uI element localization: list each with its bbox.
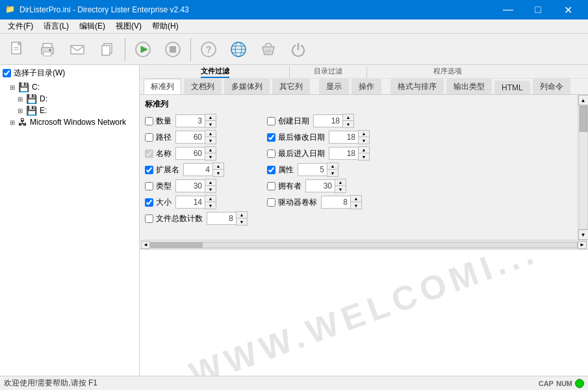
spin-up-qudongqi[interactable]: ▲ [351, 196, 361, 202]
input-lujing[interactable] [175, 131, 205, 144]
input-yongyouzhe[interactable] [305, 179, 335, 192]
power-button[interactable] [285, 36, 312, 62]
spin-up-leixing[interactable]: ▲ [205, 179, 216, 186]
spin-down-shuliang[interactable]: ▼ [205, 121, 216, 127]
spin-down-leixing[interactable]: ▼ [205, 186, 216, 192]
menu-language[interactable]: 语言(L) [38, 20, 74, 33]
label-leixing[interactable]: 类型 [145, 181, 172, 192]
label-kuozhanming[interactable]: 扩展名 [145, 164, 179, 176]
minimize-button[interactable]: — [493, 0, 523, 20]
tab-display[interactable]: 显示 [319, 79, 349, 94]
spin-up-yongyouzhe[interactable]: ▲ [335, 179, 346, 186]
input-leixing[interactable] [175, 179, 205, 192]
help-button[interactable]: ? [195, 36, 222, 62]
spin-up-jinru[interactable]: ▲ [359, 147, 369, 153]
tab-other[interactable]: 其它列 [272, 79, 310, 94]
spin-up-lujing[interactable]: ▲ [205, 131, 216, 137]
maximize-button[interactable]: □ [523, 0, 553, 20]
scroll-up-btn[interactable]: ▲ [578, 95, 589, 105]
check-leixing[interactable] [145, 182, 153, 190]
label-mingcheng[interactable]: 名称 [145, 148, 172, 159]
check-jinru[interactable] [267, 150, 275, 158]
label-shuliang[interactable]: 数量 [145, 116, 172, 127]
spin-up-wenjian-count[interactable]: ▲ [236, 212, 247, 218]
spin-up-xiugai[interactable]: ▲ [359, 131, 369, 137]
spin-down-mingcheng[interactable]: ▼ [205, 153, 216, 160]
spin-up-mingcheng[interactable]: ▲ [205, 147, 216, 153]
check-shuliang[interactable] [145, 117, 153, 125]
spin-down-wenjian-count[interactable]: ▼ [236, 218, 247, 225]
tree-item-d[interactable]: ⊞ 💾 D: [3, 93, 136, 105]
web-button[interactable] [225, 36, 252, 62]
basket-button[interactable] [255, 36, 282, 62]
input-qudongqi[interactable] [321, 196, 350, 209]
play-button[interactable] [129, 36, 157, 62]
new-button[interactable] [4, 36, 31, 62]
tree-item-c[interactable]: ⊞ 💾 C: [3, 81, 136, 93]
select-subdirs-checkbox[interactable] [3, 69, 11, 77]
spin-down-yongyouzhe[interactable]: ▼ [335, 186, 346, 192]
spin-up-kuozhanming[interactable]: ▲ [213, 163, 224, 170]
scroll-left-btn[interactable]: ◄ [141, 241, 150, 249]
input-jinru[interactable] [329, 147, 358, 160]
print-button[interactable] [34, 36, 61, 62]
scroll-down-btn[interactable]: ▼ [578, 229, 589, 240]
check-kuozhanming[interactable] [145, 166, 153, 174]
tree-item-e[interactable]: ⊞ 💾 E: [3, 105, 136, 116]
spin-down-jinru[interactable]: ▼ [359, 153, 369, 160]
input-mingcheng[interactable] [175, 147, 205, 160]
spin-down-xiugai[interactable]: ▼ [359, 137, 369, 144]
label-xiugai[interactable]: 最后修改日期 [267, 132, 325, 143]
input-shuliang[interactable] [175, 114, 205, 127]
tree-item-network[interactable]: ⊞ 🖧 Microsoft Windows Network [3, 116, 136, 128]
check-yongyouzhe[interactable] [267, 182, 275, 190]
email-button[interactable] [64, 36, 91, 62]
label-chuangjian[interactable]: 创建日期 [267, 116, 309, 127]
h-scroll-thumb[interactable] [151, 242, 203, 248]
label-yongyouzhe[interactable]: 拥有者 [267, 181, 301, 192]
tab-standard[interactable]: 标准列 [144, 79, 181, 94]
menu-view[interactable]: 视图(V) [110, 20, 147, 33]
spin-up-chuangjian[interactable]: ▲ [343, 114, 353, 121]
input-shuxing[interactable] [298, 163, 327, 176]
label-wenjian-count[interactable]: 文件总数计数 [145, 213, 203, 224]
tab-action[interactable]: 操作 [352, 79, 381, 94]
menu-edit[interactable]: 编辑(E) [74, 20, 110, 33]
label-lujing[interactable]: 路径 [145, 132, 172, 143]
check-qudongqi[interactable] [267, 198, 275, 207]
label-qudongqi[interactable]: 驱动器卷标 [267, 197, 317, 208]
tab-html[interactable]: HTML [494, 81, 530, 94]
copy-button[interactable] [94, 36, 121, 62]
scroll-thumb[interactable] [580, 106, 587, 132]
spin-down-lujing[interactable]: ▼ [205, 137, 216, 144]
menu-help[interactable]: 帮助(H) [147, 20, 184, 33]
spin-down-kuozhanming[interactable]: ▼ [213, 170, 224, 176]
check-wenjian-count[interactable] [145, 214, 153, 223]
check-lujing[interactable] [145, 133, 153, 142]
input-chuangjian[interactable] [313, 114, 342, 127]
input-kuozhanming[interactable] [183, 163, 212, 176]
input-daxiao[interactable] [175, 196, 205, 209]
tab-output[interactable]: 输出类型 [446, 79, 492, 94]
spin-up-shuliang[interactable]: ▲ [205, 114, 216, 121]
check-daxiao[interactable] [145, 198, 153, 207]
label-shuxing[interactable]: 属性 [267, 164, 294, 176]
input-wenjian-count[interactable] [207, 212, 236, 225]
spin-up-shuxing[interactable]: ▲ [327, 163, 338, 170]
tab-media[interactable]: 多媒体列 [224, 79, 270, 94]
input-xiugai[interactable] [329, 131, 358, 144]
stop-button[interactable] [159, 36, 186, 62]
tab-file[interactable]: 文档列 [184, 79, 222, 94]
spin-down-qudongqi[interactable]: ▼ [351, 202, 361, 209]
spin-up-daxiao[interactable]: ▲ [205, 196, 216, 202]
check-shuxing[interactable] [267, 166, 275, 174]
tab-cmd[interactable]: 列命令 [533, 79, 570, 94]
menu-file[interactable]: 文件(F) [3, 20, 38, 33]
label-jinru[interactable]: 最后进入日期 [267, 148, 325, 159]
check-xiugai[interactable] [267, 133, 275, 142]
scroll-right-btn[interactable]: ► [578, 241, 587, 249]
close-button[interactable]: ✕ [553, 0, 583, 20]
spin-down-chuangjian[interactable]: ▼ [343, 121, 353, 127]
spin-down-shuxing[interactable]: ▼ [327, 170, 338, 176]
tab-format[interactable]: 格式与排序 [390, 79, 444, 94]
